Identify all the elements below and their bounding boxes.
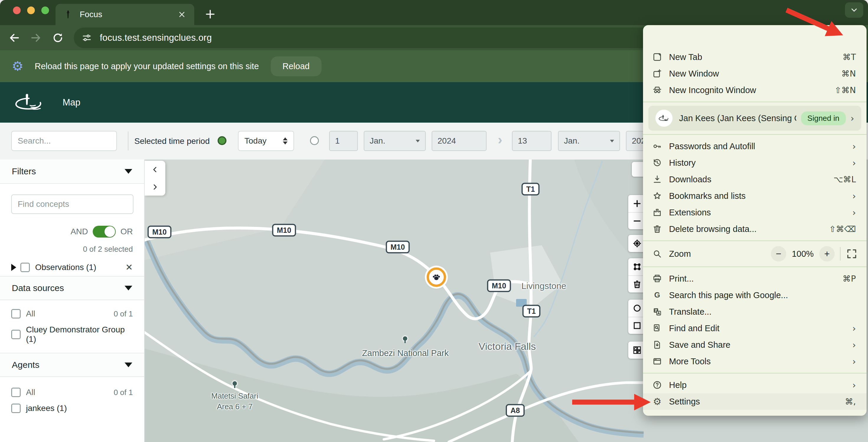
agents-all-label: All [26,388,35,397]
menu-item-label: Find and Edit [669,324,852,333]
back-button[interactable] [6,30,22,46]
zoom-divider [840,247,841,261]
menu-item-downloads[interactable]: Downloads⌥⌘L [643,171,867,187]
collapse-caret-icon [125,169,132,174]
profile-name: Jan Kees (Jan Kees (Sensing C... [679,114,796,123]
expand-sidebar-button[interactable] [145,178,165,196]
browser-tab-focus[interactable]: Focus [56,4,194,25]
svg-text:G: G [654,291,660,299]
period-preset-select[interactable]: Today [238,131,294,151]
chevron-right-icon [151,183,159,191]
submenu-chevron-icon: › [852,323,856,333]
close-window-button[interactable] [13,6,21,14]
shortcut-label: ⌘T [843,52,856,62]
from-year-input[interactable]: 2024 [432,131,487,151]
menu-item-help[interactable]: Help› [643,377,867,393]
profile-avatar [655,110,673,127]
site-settings-icon[interactable] [82,32,92,43]
observation-marker[interactable] [427,267,446,287]
menu-item-more-tools[interactable]: More Tools› [643,353,867,370]
submenu-chevron-icon: › [852,356,856,367]
menu-divider [643,101,867,102]
jankees-checkbox[interactable] [11,404,21,413]
menu-item-new-tab[interactable]: New Tab⌘T [643,49,867,65]
expand-observations-icon[interactable] [11,264,16,271]
from-day-input[interactable]: 1 [329,131,358,151]
reload-message: Reload this page to apply your updated s… [35,61,259,71]
road-badge-a8: A8 [506,404,525,417]
toggle-knob [104,226,115,237]
menu-item-print[interactable]: Print...⌘P [643,270,867,287]
menu-item-new-window[interactable]: New Window⌘N [643,65,867,82]
menu-item-save-and-share[interactable]: Save and Share› [643,336,867,353]
jankees-label: jankees (1) [26,404,67,413]
menu-item-delete-browsing-data[interactable]: Delete browsing data...⇧⌘⌫ [643,221,867,237]
or-label: OR [120,227,133,236]
star-icon [651,190,664,201]
to-month-select[interactable]: Jan. [558,131,620,151]
menu-item-label: Settings [669,397,845,407]
search-input[interactable]: Search... [11,131,117,151]
menu-item-settings[interactable]: ⚙Settings⌘, [643,393,867,410]
remove-observations-icon[interactable]: ✕ [125,262,133,272]
chevron-right-icon: › [850,113,854,123]
park-tree-icon [230,380,240,390]
shortcut-label: ⌘N [841,69,856,79]
menu-item-find-and-edit[interactable]: Find and Edit› [643,320,867,336]
observations-checkbox[interactable] [20,263,30,272]
menu-divider [643,266,867,267]
menu-item-passwords-and-autofill[interactable]: Passwords and Autofill› [643,138,867,154]
data-sources-section-header[interactable]: Data sources [0,276,144,300]
menu-item-new-incognito-window[interactable]: New Incognito Window⇧⌘N [643,82,867,98]
data-sources-title: Data sources [12,283,125,293]
submenu-chevron-icon: › [852,141,856,152]
chevron-down-icon [416,140,420,142]
find-concepts-input[interactable]: Find concepts [11,195,133,214]
shortcut-label: ⌘, [845,397,856,407]
menu-item-profile[interactable]: Jan Kees (Jan Kees (Sensing C...Signed i… [648,106,861,130]
menu-divider [643,373,867,374]
tab-search-button[interactable] [845,2,863,18]
maximize-window-button[interactable] [41,6,49,14]
incognito-icon [651,85,664,95]
from-month-select[interactable]: Jan. [364,131,426,151]
forward-button[interactable] [28,30,44,46]
menu-item-extensions[interactable]: Extensions› [643,204,867,221]
map-label-victoria-falls: Victoria Falls [478,341,536,352]
app-title: Map [63,97,80,108]
shortcut-label: ⇧⌘N [835,85,856,95]
new-tab-button[interactable] [204,8,217,21]
agents-section-header[interactable]: Agents [0,353,144,377]
custom-period-radio[interactable] [310,136,319,145]
zoom-magnifier-icon [651,248,664,259]
sidebar-collapse-flyout [145,161,165,196]
reload-button[interactable]: Reload [271,56,321,76]
and-or-toggle[interactable] [93,226,116,238]
zoom-out-button[interactable]: − [771,246,786,262]
menu-item-label: Save and Share [669,340,852,350]
collapse-caret-icon [125,286,132,290]
close-tab-icon[interactable] [177,10,187,19]
trash-icon [651,224,664,234]
menu-item-search-page-with-google[interactable]: GSearch this page with Google... [643,287,867,303]
menu-item-history[interactable]: History› [643,154,867,171]
history-icon [651,157,664,168]
zoom-in-button[interactable]: + [819,246,835,262]
minimize-window-button[interactable] [27,6,35,14]
menu-item-label: More Tools [669,357,852,366]
menu-item-bookmarks-and-lists[interactable]: Bookmarks and lists› [643,187,867,204]
menu-item-translate[interactable]: Translate... [643,303,867,320]
google-g-icon: G [651,290,664,300]
to-day-input[interactable]: 13 [512,131,552,151]
agents-all-checkbox[interactable] [11,388,21,397]
fullscreen-button[interactable] [846,248,858,260]
save-icon [651,340,664,350]
reload-page-button[interactable] [50,30,66,46]
filters-section-header[interactable]: Filters [0,159,144,184]
cluey-group-checkbox[interactable] [11,330,21,339]
data-sources-all-checkbox[interactable] [11,309,21,319]
preset-period-radio[interactable] [218,136,226,145]
filters-sidebar: Filters Find concepts AND OR 0 of 2 sele… [0,159,145,442]
collapse-sidebar-button[interactable] [145,161,165,178]
translate-icon [651,306,664,317]
